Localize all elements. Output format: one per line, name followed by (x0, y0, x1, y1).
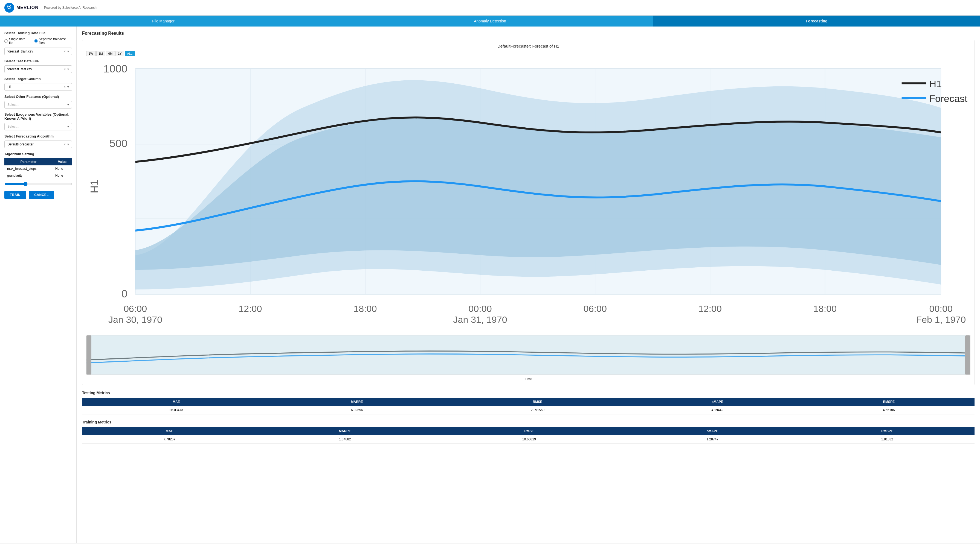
training-metrics-table: MAE MARRE RMSE sMAPE RMSPE 7.78267 1.348… (82, 427, 975, 444)
training-file-clear[interactable]: × (64, 49, 66, 53)
chart-container: DefaultForecaster: Forecast of H1 1W 1M … (82, 40, 975, 385)
algorithm-label: Select Forecasting Algorithm (5, 134, 72, 138)
training-file-dropdown[interactable]: forecast_train.csv × ▾ (5, 48, 72, 55)
algo-setting-label: Algorithm Setting (5, 152, 72, 156)
svg-text:Jan 31, 1970: Jan 31, 1970 (453, 314, 507, 325)
algorithm-dropdown[interactable]: DefaultForecaster × ▾ (5, 141, 72, 148)
train-smape-val: 1.28747 (625, 435, 800, 444)
main-chart-svg: 1000 500 0 H1 06:00 Jan 30, 1970 12:00 1… (86, 59, 970, 334)
exogenous-placeholder: Select... (7, 125, 67, 128)
algo-settings-table: Parameter Value max_forecast_steps None … (5, 158, 72, 179)
svg-rect-37 (965, 335, 970, 375)
train-rmse-header: RMSE (433, 427, 625, 435)
training-file-value: forecast_train.csv (7, 49, 64, 53)
test-file-arrow: ▾ (67, 67, 69, 71)
test-file-dropdown[interactable]: forecast_test.csv × ▾ (5, 65, 72, 73)
svg-text:12:00: 12:00 (239, 303, 262, 314)
time-btn-all[interactable]: ALL (125, 51, 135, 56)
test-file-label: Select Test Data File (5, 59, 72, 63)
test-rmse-header: RMSE (444, 398, 632, 406)
chart-title: DefaultForecaster: Forecast of H1 (86, 44, 970, 48)
main-content: Select Training Data File Single data fi… (0, 27, 980, 543)
chart-svg-wrap: 1000 500 0 H1 06:00 Jan 30, 1970 12:00 1… (86, 59, 970, 381)
testing-metrics-row: 26.03473 6.02656 29.91569 4.19442 4.6518… (82, 406, 975, 414)
svg-text:H1: H1 (88, 179, 100, 193)
target-col-dropdown[interactable]: H1 × ▾ (5, 83, 72, 91)
test-mae-val: 26.03473 (82, 406, 270, 414)
time-btn-1w[interactable]: 1W (86, 51, 96, 56)
test-file-clear[interactable]: × (64, 67, 66, 71)
separate-files-label: Separate train/test files (39, 37, 72, 45)
svg-text:18:00: 18:00 (353, 303, 377, 314)
nav-bar: File Manager Anomaly Detection Forecasti… (0, 16, 980, 27)
train-mae-val: 7.78267 (82, 435, 257, 444)
algorithm-slider[interactable] (5, 182, 72, 186)
value-col-header: Value (52, 158, 72, 165)
svg-text:1000: 1000 (103, 63, 127, 75)
nav-forecasting[interactable]: Forecasting (653, 16, 980, 27)
target-col-label: Select Target Column (5, 77, 72, 81)
param-cell: max_forecast_steps (5, 165, 52, 172)
separate-files-option[interactable]: Separate train/test files (34, 37, 72, 45)
logo-area: MERLION Powered by Salesforce AI Researc… (5, 3, 97, 13)
testing-metrics-table: MAE MARRE RMSE sMAPE RMSPE 26.03473 6.02… (82, 398, 975, 414)
nav-file-manager[interactable]: File Manager (0, 16, 327, 27)
train-marre-val: 1.34882 (257, 435, 433, 444)
powered-by-text: Powered by Salesforce AI Research (44, 6, 97, 10)
train-rmspe-val: 1.81532 (800, 435, 975, 444)
svg-text:500: 500 (110, 137, 127, 149)
exogenous-label: Select Exogenous Variables (Optional; Kn… (5, 113, 72, 121)
single-file-label: Single data file (9, 37, 30, 45)
value-cell: None (52, 172, 72, 179)
algorithm-clear[interactable]: × (64, 143, 66, 146)
features-dropdown[interactable]: Select... ▾ (5, 101, 72, 108)
app-name: MERLION (16, 5, 38, 10)
features-placeholder: Select... (7, 103, 67, 106)
nav-anomaly-detection[interactable]: Anomaly Detection (327, 16, 653, 27)
test-rmse-val: 29.91569 (444, 406, 632, 414)
test-marre-header: MARRE (270, 398, 443, 406)
x-axis-label: Time (86, 377, 970, 381)
svg-rect-35 (86, 335, 970, 375)
table-row: max_forecast_steps None (5, 165, 72, 172)
features-arrow: ▾ (67, 103, 69, 106)
training-file-arrow: ▾ (67, 49, 69, 53)
file-type-radio-group: Single data file Separate train/test fil… (5, 37, 72, 45)
test-smape-val: 4.19442 (632, 406, 803, 414)
features-label: Select Other Features (Optional) (5, 95, 72, 99)
target-col-clear[interactable]: × (64, 85, 66, 89)
navigator-chart-svg (86, 335, 970, 375)
train-rmspe-header: RMSPE (800, 427, 975, 435)
svg-text:Jan 30, 1970: Jan 30, 1970 (108, 314, 162, 325)
results-title: Forecasting Results (82, 31, 975, 36)
single-file-radio[interactable] (5, 40, 8, 43)
test-rmspe-header: RMSPE (803, 398, 975, 406)
exogenous-arrow: ▾ (67, 125, 69, 128)
time-btn-1m[interactable]: 1M (96, 51, 105, 56)
svg-rect-36 (86, 335, 91, 375)
right-panel: Forecasting Results DefaultForecaster: F… (76, 27, 980, 543)
test-marre-val: 6.02656 (270, 406, 443, 414)
training-file-label: Select Training Data File (5, 31, 72, 35)
svg-text:18:00: 18:00 (813, 303, 837, 314)
time-range-buttons: 1W 1M 6M 1Y ALL (86, 51, 970, 56)
time-btn-6m[interactable]: 6M (106, 51, 115, 56)
separate-files-radio[interactable] (34, 40, 38, 43)
exogenous-dropdown[interactable]: Select... ▾ (5, 123, 72, 130)
test-mae-header: MAE (82, 398, 270, 406)
svg-text:Feb 1, 1970: Feb 1, 1970 (916, 314, 966, 325)
logo-icon (5, 3, 14, 13)
svg-text:12:00: 12:00 (698, 303, 722, 314)
svg-point-1 (8, 6, 10, 7)
algorithm-arrow: ▾ (67, 143, 69, 146)
cancel-button[interactable]: CANCEL (29, 191, 54, 199)
train-mae-header: MAE (82, 427, 257, 435)
train-button[interactable]: TRAIN (5, 191, 26, 199)
train-rmse-val: 10.66819 (433, 435, 625, 444)
svg-text:H1: H1 (929, 78, 942, 89)
single-file-option[interactable]: Single data file (5, 37, 30, 45)
train-smape-header: sMAPE (625, 427, 800, 435)
time-btn-1y[interactable]: 1Y (115, 51, 124, 56)
action-buttons: TRAIN CANCEL (5, 191, 72, 199)
target-col-arrow: ▾ (67, 85, 69, 89)
